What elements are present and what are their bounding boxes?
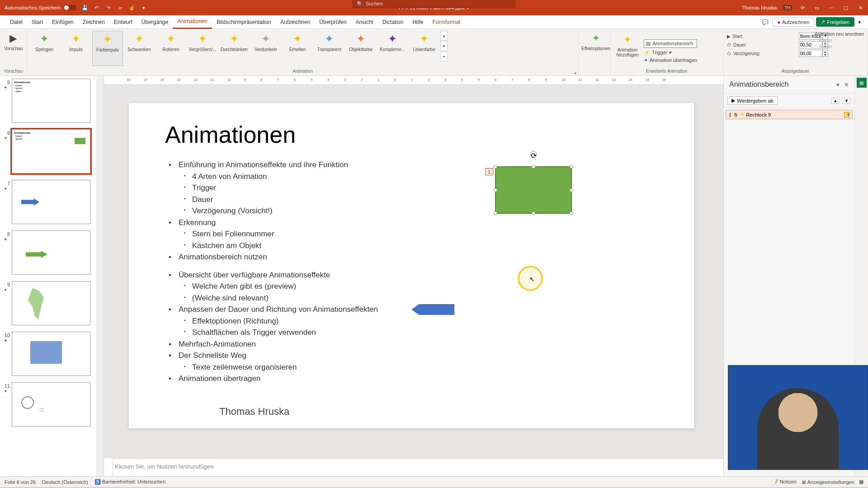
close-pane-icon[interactable]: ✕ xyxy=(844,81,849,88)
thumbnail-slide-11[interactable]: 11✦♡ xyxy=(4,382,94,427)
effect-farbimpuls[interactable]: ✦Farbimpuls xyxy=(92,31,123,66)
move-down-icon[interactable]: ▼ xyxy=(842,98,851,104)
ribbon-display-icon[interactable]: ▭ xyxy=(813,5,821,11)
thumbnail-slide-10[interactable]: 10✦ xyxy=(4,332,94,376)
gallery-up-icon[interactable]: ▲ xyxy=(440,31,448,41)
save-icon[interactable]: 💾 xyxy=(82,5,88,11)
aufzeichnen-button[interactable]: ●Aufzeichnen xyxy=(772,18,814,27)
search-box[interactable]: 🔍 xyxy=(353,0,515,8)
close-icon[interactable]: ✕ xyxy=(856,5,864,11)
notes-area[interactable]: Klicken Sie, um Notizen hinzuzufügen xyxy=(104,458,723,476)
animation-uebertragen-button[interactable]: ✦Animation übertragen xyxy=(644,57,697,63)
redo-icon[interactable]: ↷ xyxy=(105,5,112,11)
toggle-switch[interactable] xyxy=(64,5,76,10)
animation-item[interactable]: 1 🖱 ✦ Rechteck 9 ▼ xyxy=(726,110,853,119)
spinner-icon[interactable]: ▲▼ xyxy=(822,50,828,57)
resize-handle[interactable] xyxy=(570,211,573,215)
chevron-down-icon[interactable]: ▾ xyxy=(836,81,840,88)
author-text[interactable]: Thomas Hruska xyxy=(219,406,289,418)
anzeige-button[interactable]: 🖥 Anzeigeeinstellungen xyxy=(801,479,854,485)
tab-aufzeichnen[interactable]: Aufzeichnen xyxy=(276,15,315,29)
resize-handle[interactable] xyxy=(532,211,535,215)
rotate-handle[interactable]: ⟳ xyxy=(530,151,537,157)
view-normal-icon[interactable]: ▦ xyxy=(859,479,863,485)
notizen-button[interactable]: 📝 Notizen xyxy=(772,479,797,485)
effect-impuls[interactable]: ✦Impuls xyxy=(61,31,91,66)
verzoegerung-input[interactable] xyxy=(799,50,822,57)
tab-hilfe[interactable]: Hilfe xyxy=(408,15,428,29)
language-indicator[interactable]: Deutsch (Österreich) xyxy=(42,479,88,485)
slide-counter[interactable]: Folie 6 von 26 xyxy=(5,479,36,485)
effect-linienfarbe[interactable]: ✦Linienfarbe xyxy=(409,31,439,66)
tab-einfuegen[interactable]: Einfügen xyxy=(47,15,78,29)
thumbnail-slide-5[interactable]: 5✦Animationen· lorem· ipsum· dolor xyxy=(4,79,94,123)
animationsbereich-button[interactable]: ▤Animationsbereich xyxy=(644,39,697,48)
effect-vergrern[interactable]: ✦Vergrößern/... xyxy=(187,31,218,66)
tab-zeichnen[interactable]: Zeichnen xyxy=(78,15,109,29)
sync-icon[interactable]: ⟳ xyxy=(798,5,807,11)
tab-ueberpruefen[interactable]: Überprüfen xyxy=(315,15,351,29)
autosave-toggle[interactable]: Automatisches Speichern xyxy=(5,5,76,10)
tab-animationen[interactable]: Animationen xyxy=(173,15,212,29)
resize-handle[interactable] xyxy=(532,165,535,169)
tab-datei[interactable]: Datei xyxy=(5,15,27,29)
freigeben-button[interactable]: ↗Freigeben xyxy=(816,17,854,27)
touch-icon[interactable]: ☝ xyxy=(129,5,135,11)
effect-durchtrnken[interactable]: ✦Durchtränken xyxy=(219,31,250,66)
effect-objektfarbe[interactable]: ✦Objektfarbe xyxy=(345,31,376,66)
tab-ansicht[interactable]: Ansicht xyxy=(351,15,377,29)
resize-handle[interactable] xyxy=(494,188,497,192)
accessibility-check[interactable]: ♿ Barrierefreiheit: Untersuchen xyxy=(94,479,166,485)
slide[interactable]: Animationen Einführung in Animationseffe… xyxy=(129,103,694,428)
effect-verdunkeln[interactable]: ✦Verdunkeln xyxy=(250,31,281,66)
gallery-more-icon[interactable]: ▾ xyxy=(440,52,448,61)
effektoptionen-button[interactable]: ✦Effektoptionen xyxy=(580,31,611,66)
user-initials[interactable]: TH xyxy=(783,5,792,10)
tab-entwurf[interactable]: Entwurf xyxy=(109,15,137,29)
undo-icon[interactable]: ↶ xyxy=(94,5,100,11)
user-name[interactable]: Thomas Hruska xyxy=(741,5,777,10)
effect-transparent[interactable]: ✦Transparent xyxy=(314,31,344,66)
chevron-down-icon[interactable]: ▼ xyxy=(846,113,850,117)
gallery-down-icon[interactable]: ▼ xyxy=(440,41,448,51)
tab-dictation[interactable]: Dictation xyxy=(378,15,408,29)
maximize-icon[interactable]: ▢ xyxy=(842,5,850,11)
tab-uebergaenge[interactable]: Übergänge xyxy=(137,15,173,29)
tab-start[interactable]: Start xyxy=(27,15,47,29)
rectangle-shape[interactable]: 1 ⟳ xyxy=(495,166,572,214)
animation-pane-toggle[interactable]: ▤ xyxy=(857,78,867,88)
tab-bildschirm[interactable]: Bildschirmpräsentation xyxy=(212,15,276,29)
arrow-shape[interactable] xyxy=(411,304,454,315)
resize-handle[interactable] xyxy=(494,165,497,169)
resize-handle[interactable] xyxy=(570,188,573,192)
thumbnail-slide-9[interactable]: 9✦ xyxy=(4,281,94,325)
play-from-button[interactable]: ▶Wiedergeben ab xyxy=(727,96,778,105)
search-input[interactable] xyxy=(366,1,511,6)
trigger-button[interactable]: ⚡Trigger▾ xyxy=(644,50,697,56)
effect-springen[interactable]: ✦Springen xyxy=(29,31,60,66)
chevron-down-icon[interactable]: ▾ xyxy=(856,17,863,27)
vorschau-button[interactable]: ▶Vorschau xyxy=(2,31,25,66)
dialog-launcher-icon[interactable]: ◢ xyxy=(574,71,577,75)
effect-schwanken[interactable]: ✦Schwanken xyxy=(124,31,155,66)
animation-tag[interactable]: 1 xyxy=(485,168,493,175)
slide-body[interactable]: Einführung in Animationseffekte und ihre… xyxy=(129,148,694,385)
thumbnail-slide-8[interactable]: 8✦ xyxy=(4,230,94,275)
slideshow-icon[interactable]: ▱ xyxy=(117,5,123,11)
effect-kompleme[interactable]: ✦Kompleme... xyxy=(377,31,408,66)
move-up-icon[interactable]: ▲ xyxy=(831,98,840,104)
resize-handle[interactable] xyxy=(570,165,573,169)
scrollbar[interactable] xyxy=(96,76,104,476)
comments-icon[interactable]: 💬 xyxy=(760,17,770,27)
resize-handle[interactable] xyxy=(494,211,497,215)
effect-erhellen[interactable]: ✦Erhellen xyxy=(282,31,313,66)
slide-thumbnails[interactable]: 5✦Animationen· lorem· ipsum· dolor6✦Anim… xyxy=(0,76,104,476)
thumbnail-slide-6[interactable]: 6✦Animationen· lorem· ipsum xyxy=(4,129,94,174)
effect-rotieren[interactable]: ✦Rotieren xyxy=(156,31,186,66)
thumbnail-slide-7[interactable]: 7✦ xyxy=(4,180,94,224)
slide-canvas[interactable]: Animationen Einführung in Animationseffe… xyxy=(104,85,723,458)
minimize-icon[interactable]: ─ xyxy=(827,5,835,11)
tab-formformat[interactable]: Formformat xyxy=(428,15,465,29)
qat-more-icon[interactable]: ▾ xyxy=(141,5,147,11)
slide-title[interactable]: Animationen xyxy=(129,103,694,148)
